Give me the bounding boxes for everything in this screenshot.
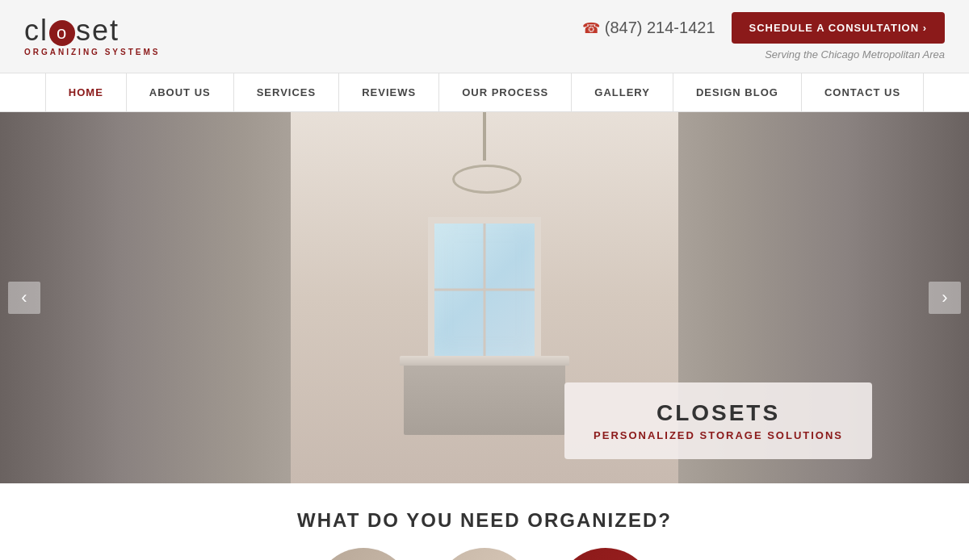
nav-item-services[interactable]: SERVICES — [234, 73, 340, 111]
closet-island-top — [400, 356, 569, 366]
header-right: ☎ (847) 214-1421 SCHEDULE A CONSULTATION… — [582, 12, 945, 61]
header: closet ORGANIZING SYSTEMS ☎ (847) 214-14… — [0, 0, 969, 73]
closet-island — [404, 362, 565, 435]
nav-link-contact[interactable]: CONTACT US — [802, 73, 923, 111]
circle-row — [24, 548, 945, 560]
nav-link-process[interactable]: OUR PROCESS — [439, 73, 571, 111]
logo-text: closet — [24, 16, 120, 45]
schedule-consultation-button[interactable]: SCHEDULE A CONSULTATION › — [732, 12, 945, 44]
hero-caption: CLOSETS PERSONALIZED STORAGE SOLUTIONS — [564, 382, 872, 459]
contact-row: ☎ (847) 214-1421 SCHEDULE A CONSULTATION… — [582, 12, 945, 44]
main-nav: HOME ABOUT US SERVICES REVIEWS OUR PROCE… — [0, 73, 969, 112]
logo-area[interactable]: closet ORGANIZING SYSTEMS — [24, 16, 160, 56]
nav-list: HOME ABOUT US SERVICES REVIEWS OUR PROCE… — [0, 73, 969, 111]
logo-subtitle: ORGANIZING SYSTEMS — [24, 48, 160, 56]
organized-heading: WHAT DO YOU NEED ORGANIZED? — [24, 509, 945, 532]
nav-link-gallery[interactable]: GALLERY — [572, 73, 673, 111]
nav-item-blog[interactable]: DESIGN BLOG — [673, 73, 802, 111]
circle-item-3[interactable] — [557, 548, 654, 560]
hero-caption-title: CLOSETS — [594, 400, 843, 426]
hero-slider: ‹ › CLOSETS PERSONALIZED STORAGE SOLUTIO… — [0, 112, 969, 483]
slider-prev-button[interactable]: ‹ — [8, 282, 40, 314]
logo-circle-o: o — [49, 20, 75, 46]
nav-item-about[interactable]: ABOUT US — [127, 73, 234, 111]
logo: closet — [24, 16, 120, 45]
chandelier-body — [452, 157, 517, 197]
nav-link-home[interactable]: HOME — [46, 73, 126, 111]
slider-next-button[interactable]: › — [929, 282, 961, 314]
nav-item-reviews[interactable]: REVIEWS — [339, 73, 439, 111]
nav-item-process[interactable]: OUR PROCESS — [439, 73, 572, 111]
nav-link-services[interactable]: SERVICES — [234, 73, 339, 111]
nav-item-home[interactable]: HOME — [45, 73, 127, 111]
nav-item-contact[interactable]: CONTACT US — [802, 73, 924, 111]
phone-number: ☎ (847) 214-1421 — [582, 19, 715, 37]
hero-caption-subtitle: PERSONALIZED STORAGE SOLUTIONS — [594, 429, 843, 441]
nav-link-reviews[interactable]: REVIEWS — [339, 73, 438, 111]
serving-area-text: Serving the Chicago Metropolitan Area — [765, 48, 945, 61]
circle-item-2[interactable] — [436, 548, 533, 560]
nav-link-blog[interactable]: DESIGN BLOG — [673, 73, 801, 111]
phone-text: (847) 214-1421 — [605, 19, 715, 37]
circle-item-1[interactable] — [315, 548, 412, 560]
chandelier-rod — [483, 112, 486, 161]
phone-icon: ☎ — [582, 19, 600, 37]
nav-link-about[interactable]: ABOUT US — [127, 73, 233, 111]
organized-section: WHAT DO YOU NEED ORGANIZED? — [0, 483, 969, 560]
closet-window — [428, 217, 541, 362]
nav-item-gallery[interactable]: GALLERY — [572, 73, 673, 111]
